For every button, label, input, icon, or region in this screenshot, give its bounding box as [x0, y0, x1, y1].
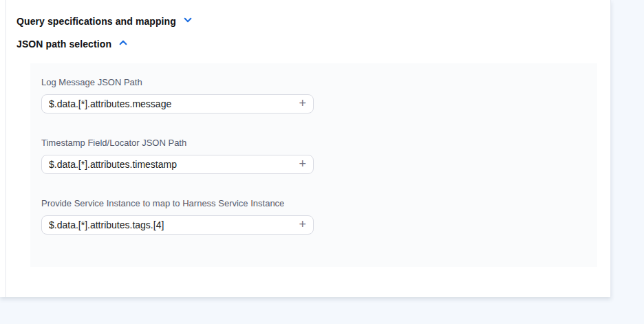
- plus-icon[interactable]: +: [296, 158, 309, 171]
- section-title: JSON path selection: [17, 39, 111, 50]
- section-header-json-path-selection[interactable]: JSON path selection: [17, 38, 128, 50]
- service-instance-json-path-input[interactable]: [49, 219, 296, 230]
- field-label: Log Message JSON Path: [41, 77, 586, 87]
- section-title: Query specifications and mapping: [17, 16, 176, 27]
- timestamp-json-path-field[interactable]: +: [41, 155, 314, 174]
- field-label: Provide Service Instance to map to Harne…: [41, 198, 586, 208]
- field-service-instance-json-path: Provide Service Instance to map to Harne…: [41, 198, 586, 235]
- config-card: Query specifications and mapping JSON pa…: [0, 0, 611, 297]
- plus-icon[interactable]: +: [296, 218, 309, 232]
- field-timestamp-json-path: Timestamp Field/Locator JSON Path +: [41, 138, 586, 174]
- service-instance-json-path-field[interactable]: +: [41, 215, 314, 235]
- log-message-json-path-input[interactable]: [49, 98, 296, 109]
- section-header-query-specifications[interactable]: Query specifications and mapping: [17, 15, 193, 28]
- log-message-json-path-field[interactable]: +: [41, 94, 314, 114]
- field-label: Timestamp Field/Locator JSON Path: [41, 138, 586, 148]
- timestamp-json-path-input[interactable]: [49, 159, 296, 170]
- json-path-selection-panel: Log Message JSON Path + Timestamp Field/…: [30, 63, 597, 267]
- plus-icon[interactable]: +: [296, 97, 309, 111]
- field-log-message-json-path: Log Message JSON Path +: [41, 77, 586, 114]
- chevron-up-icon[interactable]: [118, 38, 128, 50]
- card-left-divider: [6, 0, 6, 297]
- chevron-down-icon[interactable]: [183, 15, 193, 28]
